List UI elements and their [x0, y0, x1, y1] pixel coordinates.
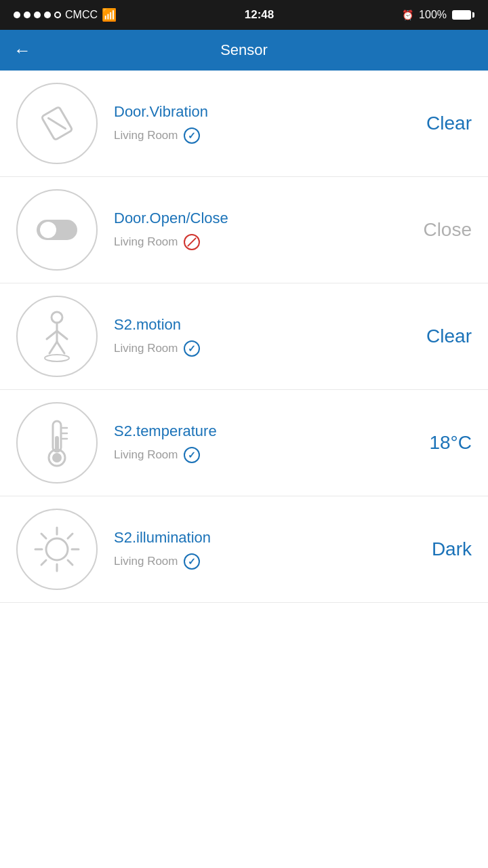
sensor-list: Door.Vibration Living Room ✓ Clear Door.…	[0, 71, 488, 603]
svg-point-10	[45, 355, 69, 361]
status-left: CMCC 📶	[14, 7, 117, 22]
sensor-value: Clear	[384, 113, 472, 134]
sensor-icon-circle	[16, 402, 98, 484]
check-icon: ✓	[184, 553, 200, 570]
check-icon: ✓	[184, 447, 200, 463]
back-button[interactable]: ←	[14, 35, 39, 66]
sensor-icon-circle	[16, 83, 98, 164]
sensor-value: Dark	[384, 538, 472, 560]
svg-point-18	[46, 538, 68, 560]
sensor-location: Living Room ✓	[114, 340, 384, 357]
page-title: Sensor	[220, 41, 268, 59]
sensor-info: S2.temperature Living Room ✓	[114, 422, 384, 463]
svg-line-6	[47, 331, 57, 339]
svg-line-8	[49, 342, 57, 353]
location-label: Living Room	[114, 342, 178, 355]
signal-dots	[14, 12, 61, 18]
time-label: 12:48	[245, 8, 274, 22]
svg-line-1	[48, 113, 65, 134]
sensor-item[interactable]: S2.motion Living Room ✓ Clear	[0, 283, 488, 390]
sensor-info: S2.illumination Living Room ✓	[114, 529, 384, 570]
sensor-location: Living Room ✓	[114, 447, 384, 463]
svg-line-25	[68, 534, 73, 538]
location-label: Living Room	[114, 235, 178, 249]
sensor-name: S2.illumination	[114, 529, 384, 547]
check-icon: ✓	[184, 127, 200, 144]
sensor-info: S2.motion Living Room ✓	[114, 316, 384, 357]
location-label: Living Room	[114, 129, 178, 142]
block-icon	[184, 234, 200, 250]
sensor-value: Close	[384, 219, 472, 241]
svg-point-3	[40, 222, 56, 238]
sensor-item[interactable]: Door.Vibration Living Room ✓ Clear	[0, 71, 488, 177]
svg-point-4	[52, 312, 62, 323]
battery-icon	[452, 10, 474, 20]
sensor-name: Door.Vibration	[114, 103, 384, 121]
sensor-name: Door.Open/Close	[114, 210, 384, 227]
svg-line-24	[68, 560, 73, 565]
check-icon: ✓	[184, 340, 200, 357]
wifi-icon: 📶	[102, 7, 117, 22]
header: ← Sensor	[0, 30, 488, 71]
svg-line-9	[57, 342, 64, 353]
location-label: Living Room	[114, 448, 178, 462]
sensor-icon-circle	[16, 509, 98, 590]
status-bar: CMCC 📶 12:48 ⏰ 100%	[0, 0, 488, 30]
battery-label: 100%	[419, 9, 447, 21]
sensor-item[interactable]: S2.temperature Living Room ✓ 18°C	[0, 390, 488, 496]
sensor-location: Living Room ✓	[114, 127, 384, 144]
location-label: Living Room	[114, 555, 178, 568]
carrier-label: CMCC	[65, 9, 98, 21]
sensor-value: Clear	[384, 326, 472, 347]
sensor-location: Living Room ✓	[114, 553, 384, 570]
svg-line-23	[41, 534, 46, 538]
svg-point-14	[52, 453, 62, 462]
sensor-icon-circle	[16, 189, 98, 271]
alarm-icon: ⏰	[402, 9, 413, 20]
sensor-item[interactable]: S2.illumination Living Room ✓ Dark	[0, 496, 488, 603]
sensor-info: Door.Vibration Living Room ✓	[114, 103, 384, 144]
svg-line-26	[41, 560, 46, 565]
sensor-value: 18°C	[384, 432, 472, 454]
status-right: ⏰ 100%	[402, 9, 474, 21]
sensor-info: Door.Open/Close Living Room	[114, 210, 384, 250]
sensor-item[interactable]: Door.Open/Close Living Room Close	[0, 177, 488, 283]
sensor-name: S2.temperature	[114, 422, 384, 440]
sensor-location: Living Room	[114, 234, 384, 250]
sensor-name: S2.motion	[114, 316, 384, 334]
sensor-icon-circle	[16, 296, 98, 377]
svg-line-7	[57, 331, 67, 339]
